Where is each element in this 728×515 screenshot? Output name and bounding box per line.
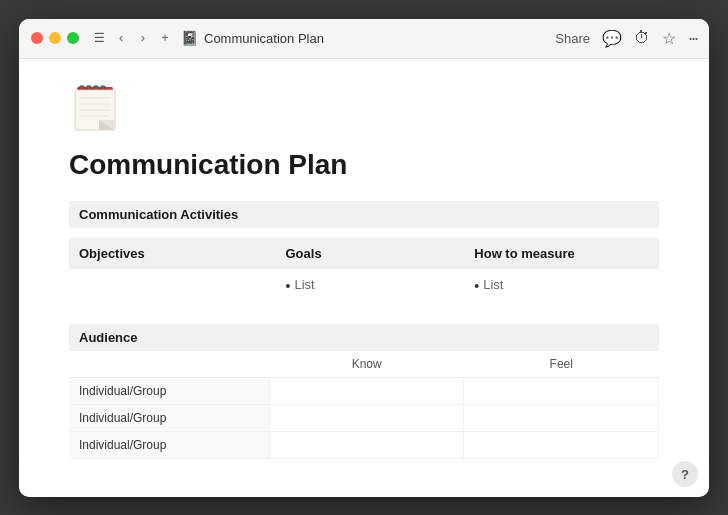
titlebar-title-text: Communication Plan: [204, 31, 324, 46]
help-button[interactable]: ?: [672, 461, 698, 487]
window-content: Communication Plan Communication Activit…: [19, 59, 709, 497]
goals-cell: • List: [276, 269, 465, 305]
audience-know-cell[interactable]: [269, 378, 464, 405]
close-button[interactable]: [31, 32, 43, 44]
objectives-cell[interactable]: [69, 269, 276, 305]
audience-table-row: Individual/Group: [69, 432, 659, 459]
star-icon[interactable]: ☆: [662, 29, 676, 48]
forward-icon[interactable]: ›: [135, 30, 151, 46]
audience-table: Know Feel Individual/Group Individual/Gr…: [69, 351, 659, 459]
audience-know-cell[interactable]: [269, 405, 464, 432]
titlebar-right-controls: Share 💬 ⏱ ☆ ···: [555, 28, 697, 49]
feel-col-header: Feel: [464, 351, 659, 378]
audience-feel-cell[interactable]: [464, 432, 659, 459]
audience-feel-cell[interactable]: [464, 378, 659, 405]
share-button[interactable]: Share: [555, 31, 590, 46]
table-row: • List • List: [69, 269, 659, 305]
objectives-table: Objectives Goals How to measure • List: [69, 238, 659, 305]
comment-icon[interactable]: 💬: [602, 29, 622, 48]
add-icon[interactable]: +: [157, 30, 173, 46]
audience-table-row: Individual/Group: [69, 378, 659, 405]
audience-label-cell: Individual/Group: [69, 378, 269, 405]
goals-col-header: Goals: [276, 238, 465, 269]
know-col-header: Know: [269, 351, 464, 378]
clock-icon[interactable]: ⏱: [634, 29, 650, 47]
audience-section-header: Audience: [69, 324, 659, 351]
bullet-icon: •: [286, 277, 291, 297]
navigation-controls: ☰ ‹ › +: [91, 30, 173, 46]
titlebar-title: 📓 Communication Plan: [181, 30, 324, 46]
measure-list-text: List: [483, 277, 503, 292]
audience-label-cell: Individual/Group: [69, 405, 269, 432]
traffic-lights: [31, 32, 79, 44]
measure-col-header: How to measure: [464, 238, 659, 269]
page-type-icon: 📓: [181, 30, 198, 46]
measure-cell: • List: [464, 269, 659, 305]
more-icon[interactable]: ···: [688, 28, 697, 49]
measure-list-item: • List: [474, 277, 649, 297]
svg-rect-0: [77, 87, 113, 90]
bullet-icon-2: •: [474, 277, 479, 297]
audience-label-col: [69, 351, 269, 378]
minimize-button[interactable]: [49, 32, 61, 44]
audience-label-cell: Individual/Group: [69, 432, 269, 459]
audience-know-cell[interactable]: [269, 432, 464, 459]
page-title: Communication Plan: [69, 149, 659, 181]
audience-table-row: Individual/Group: [69, 405, 659, 432]
page-content: Communication Plan Communication Activit…: [19, 59, 709, 490]
titlebar: ☰ ‹ › + 📓 Communication Plan Share 💬 ⏱ ☆…: [19, 19, 709, 59]
audience-feel-cell[interactable]: [464, 405, 659, 432]
goals-list-item: • List: [286, 277, 455, 297]
activities-section-header: Communication Activities: [69, 201, 659, 228]
page-emoji-icon: [69, 83, 121, 135]
back-icon[interactable]: ‹: [113, 30, 129, 46]
menu-icon[interactable]: ☰: [91, 30, 107, 46]
maximize-button[interactable]: [67, 32, 79, 44]
goals-list-text: List: [294, 277, 314, 292]
objectives-col-header: Objectives: [69, 238, 276, 269]
